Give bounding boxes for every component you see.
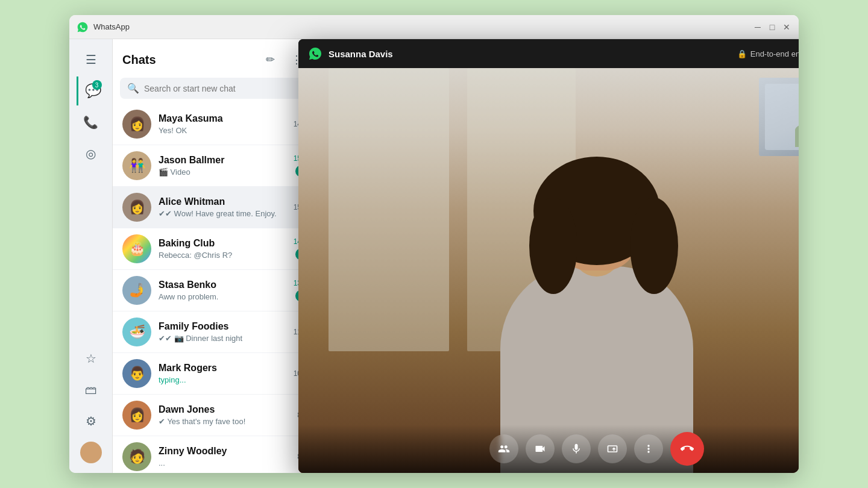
sidebar-item-calls[interactable]: 📞 xyxy=(77,108,105,137)
more-options-button[interactable] xyxy=(634,434,663,463)
starred-icon: ☆ xyxy=(86,351,96,366)
avatar: 👫 xyxy=(122,151,151,180)
chat-list-title: Chats xyxy=(122,53,156,67)
chat-preview: 🎬 Video xyxy=(159,167,289,177)
chat-info: Alice Whitman ✔✔ Wow! Have great time. E… xyxy=(159,196,289,218)
contact-name: Maya Kasuma xyxy=(159,113,289,124)
avatar: 👩 xyxy=(122,110,151,139)
contact-name: Stasa Benko xyxy=(159,280,289,290)
video-call-window: Susanna Davis 🔒 End-to-end endcrypted ─ … xyxy=(298,39,799,473)
title-bar: WhatsApp ─ □ ✕ xyxy=(69,15,799,39)
toggle-camera-button[interactable] xyxy=(526,434,555,463)
sidebar-bottom: ☆ 🗃 ⚙ xyxy=(77,344,105,467)
list-item[interactable]: 🎂 Baking Club Rebecca: @Chris R? 14:4 1 xyxy=(113,228,317,270)
chat-preview: Rebecca: @Chris R? xyxy=(159,251,289,260)
chat-info: Zinny Woodley ... xyxy=(159,446,292,468)
sidebar-menu-button[interactable]: ☰ xyxy=(77,45,105,74)
chat-preview: ✔✔ 📷 Dinner last night xyxy=(159,334,289,343)
chat-info: Baking Club Rebecca: @Chris R? xyxy=(159,238,289,260)
list-item[interactable]: 👩 Dawn Jones ✔ Yes that's my fave too! 8… xyxy=(113,395,317,436)
sidebar-item-settings[interactable]: ⚙ xyxy=(77,407,105,436)
avatar: 🧑 xyxy=(122,442,151,471)
user-avatar[interactable] xyxy=(77,438,105,467)
close-button[interactable]: ✕ xyxy=(782,22,791,32)
chat-info: Mark Rogers typing... xyxy=(159,363,289,384)
sidebar-item-starred[interactable]: ☆ xyxy=(77,344,105,373)
list-item[interactable]: 👩 Alice Whitman ✔✔ Wow! Have great time.… xyxy=(113,187,317,228)
search-bar[interactable]: 🔍 xyxy=(120,78,310,99)
avatar: 👨 xyxy=(122,359,151,388)
contact-name: Mark Rogers xyxy=(159,363,289,374)
lock-icon: 🔒 xyxy=(737,49,747,58)
encryption-label: End-to-end endcrypted xyxy=(750,49,799,58)
chat-info: Stasa Benko Aww no problem. xyxy=(159,280,289,301)
main-video-feed xyxy=(298,68,799,473)
contact-name: Alice Whitman xyxy=(159,196,289,207)
call-contact-name: Susanna Davis xyxy=(329,49,737,59)
whatsapp-logo-icon xyxy=(77,21,89,33)
whatsapp-call-logo xyxy=(308,46,322,61)
toggle-mic-button[interactable] xyxy=(562,434,591,463)
contact-name: Zinny Woodley xyxy=(159,446,292,457)
chat-preview: ... xyxy=(159,458,292,468)
pip-video xyxy=(759,78,799,156)
chats-badge: 3 xyxy=(92,80,102,90)
list-item[interactable]: 🤳 Stasa Benko Aww no problem. 13:5 2 xyxy=(113,270,317,311)
chat-info: Dawn Jones ✔ Yes that's my fave too! xyxy=(159,404,292,426)
contact-name: Baking Club xyxy=(159,238,289,249)
avatar: 🤳 xyxy=(122,276,151,305)
video-area xyxy=(298,68,799,473)
list-item[interactable]: 👨 Mark Rogers typing... 10:5 xyxy=(113,353,317,395)
contact-name: Jason Ballmer xyxy=(159,155,289,166)
app-title: WhatsApp xyxy=(93,22,753,31)
chat-info: Maya Kasuma Yes! OK xyxy=(159,113,289,135)
avatar: 🍜 xyxy=(122,318,151,346)
status-icon: ◎ xyxy=(86,146,96,161)
list-item[interactable]: 👫 Jason Ballmer 🎬 Video 15:2 5 xyxy=(113,145,317,187)
window-controls: ─ □ ✕ xyxy=(753,22,791,32)
chat-preview: Aww no problem. xyxy=(159,292,289,301)
list-item[interactable]: 🧑 Zinny Woodley ... 8:1 xyxy=(113,436,317,473)
settings-icon: ⚙ xyxy=(86,414,96,428)
user-avatar-img xyxy=(80,442,102,463)
chat-list: 👩 Maya Kasuma Yes! OK 14:5 👫 Jason Ballm… xyxy=(113,104,317,473)
search-input[interactable] xyxy=(144,84,303,93)
chat-preview: ✔✔ Wow! Have great time. Enjoy. xyxy=(159,209,289,218)
call-title-bar: Susanna Davis 🔒 End-to-end endcrypted ─ … xyxy=(298,39,799,68)
avatar: 👩 xyxy=(122,193,151,222)
chat-info: Jason Ballmer 🎬 Video xyxy=(159,155,289,177)
chat-preview: Yes! OK xyxy=(159,126,289,135)
end-call-button[interactable] xyxy=(670,432,704,466)
avatar: 👩 xyxy=(122,401,151,430)
search-icon: 🔍 xyxy=(127,83,139,94)
maximize-button[interactable]: □ xyxy=(767,22,777,32)
chat-preview: typing... xyxy=(159,375,289,384)
call-controls xyxy=(298,425,799,473)
archived-icon: 🗃 xyxy=(85,383,97,397)
minimize-button[interactable]: ─ xyxy=(753,22,763,32)
chat-info: Family Foodies ✔✔ 📷 Dinner last night xyxy=(159,321,289,343)
calls-icon: 📞 xyxy=(83,115,98,130)
list-item[interactable]: 🍜 Family Foodies ✔✔ 📷 Dinner last night … xyxy=(113,311,317,353)
chat-list-header: Chats ✏ ⋮ xyxy=(113,39,317,75)
add-participant-button[interactable] xyxy=(489,434,518,463)
sidebar-item-status[interactable]: ◎ xyxy=(77,139,105,168)
chat-list-panel: Chats ✏ ⋮ 🔍 👩 Maya Kasuma Yes! OK xyxy=(113,39,318,473)
contact-name: Dawn Jones xyxy=(159,404,292,415)
avatar: 🎂 xyxy=(122,234,151,263)
new-chat-button[interactable]: ✏ xyxy=(259,49,281,70)
sidebar-item-chats[interactable]: 💬 3 xyxy=(77,77,105,105)
contact-name: Family Foodies xyxy=(159,321,289,332)
sidebar-item-archived[interactable]: 🗃 xyxy=(77,375,105,404)
app-window: WhatsApp ─ □ ✕ ☰ 💬 3 📞 ◎ xyxy=(69,15,799,473)
encryption-badge: 🔒 End-to-end endcrypted xyxy=(737,49,799,58)
chat-preview: ✔ Yes that's my fave too! xyxy=(159,417,292,426)
sidebar-top: ☰ 💬 3 📞 ◎ xyxy=(77,45,105,168)
share-screen-button[interactable] xyxy=(598,434,627,463)
icon-sidebar: ☰ 💬 3 📞 ◎ ☆ 🗃 xyxy=(69,39,113,473)
list-item[interactable]: 👩 Maya Kasuma Yes! OK 14:5 xyxy=(113,104,317,145)
